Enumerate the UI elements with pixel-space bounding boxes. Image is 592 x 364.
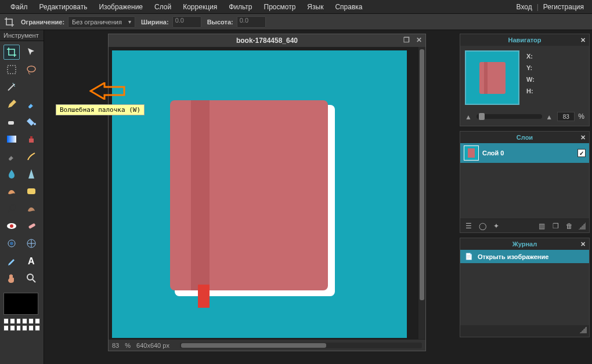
menu-help[interactable]: Справка bbox=[329, 1, 368, 13]
height-label: Высота: bbox=[207, 19, 233, 26]
hand-tool[interactable] bbox=[3, 271, 20, 286]
gradient-tool[interactable] bbox=[3, 132, 20, 147]
history-close-icon[interactable]: ✕ bbox=[580, 241, 586, 248]
book-ribbon bbox=[198, 285, 210, 308]
redeye-tool[interactable] bbox=[3, 219, 20, 234]
sponge-tool[interactable] bbox=[23, 184, 39, 199]
constraint-select[interactable]: Без ограничения bbox=[68, 16, 135, 28]
zoom-slider[interactable] bbox=[477, 114, 542, 119]
canvas[interactable] bbox=[112, 50, 407, 338]
smudge-tool[interactable] bbox=[3, 184, 20, 199]
marquee-tool[interactable] bbox=[3, 62, 20, 77]
layer-style-icon[interactable]: ✦ bbox=[492, 221, 501, 231]
annotation-arrow-icon bbox=[89, 82, 125, 100]
layer-row[interactable]: Слой 0 ✓ bbox=[460, 143, 589, 163]
menu-language[interactable]: Язык bbox=[301, 1, 329, 13]
height-input[interactable]: 0.0 bbox=[237, 16, 266, 28]
nav-zoom-suffix: % bbox=[578, 112, 584, 121]
status-zoom: 83 bbox=[112, 342, 119, 349]
spot-heal-tool[interactable] bbox=[23, 219, 39, 234]
bloat-tool[interactable] bbox=[3, 236, 20, 251]
sharpen-tool[interactable] bbox=[23, 166, 39, 181]
document-titlebar[interactable]: book-1784458_640 ❐ ✕ bbox=[109, 34, 425, 47]
vertical-scrollbar[interactable] bbox=[418, 47, 425, 339]
color-palette[interactable] bbox=[3, 318, 40, 331]
wand-tool[interactable] bbox=[3, 79, 20, 94]
crop-tool[interactable] bbox=[3, 45, 20, 60]
svg-point-1 bbox=[27, 66, 35, 72]
svg-rect-0 bbox=[8, 65, 16, 74]
nav-w-label: W: bbox=[526, 76, 535, 83]
zoom-tool[interactable] bbox=[23, 271, 39, 286]
svg-rect-5 bbox=[7, 136, 16, 143]
clone-stamp-tool[interactable] bbox=[23, 132, 39, 147]
svg-rect-7 bbox=[30, 136, 33, 139]
navigator-title: Навигатор bbox=[508, 37, 542, 43]
bucket-tool[interactable] bbox=[23, 114, 39, 129]
navigator-thumbnail[interactable] bbox=[465, 50, 519, 105]
svg-text:A: A bbox=[28, 256, 35, 265]
menu-filter[interactable]: Фильтр bbox=[223, 1, 258, 13]
navigator-close-icon[interactable]: ✕ bbox=[580, 37, 586, 44]
draw-tool[interactable] bbox=[23, 149, 39, 164]
right-panels: Навигатор ✕ X: Y: W: H: ▲ ▲ 83 % bbox=[457, 30, 592, 364]
menu-adjustment[interactable]: Коррекция bbox=[177, 1, 223, 13]
window-maximize-icon[interactable]: ❐ bbox=[402, 36, 410, 44]
nav-zoom-value[interactable]: 83 bbox=[557, 112, 575, 121]
svg-rect-12 bbox=[28, 223, 35, 229]
menu-edit[interactable]: Редактировать bbox=[34, 1, 93, 13]
pinch-tool[interactable] bbox=[23, 236, 39, 251]
zoom-out-icon[interactable]: ▲ bbox=[465, 113, 473, 120]
layer-visibility-checkbox[interactable]: ✓ bbox=[577, 149, 586, 157]
brush-tool[interactable] bbox=[23, 97, 39, 112]
svg-point-4 bbox=[34, 123, 36, 125]
layers-title: Слои bbox=[517, 134, 533, 141]
pencil-tool[interactable] bbox=[3, 97, 20, 112]
eyedropper-tool[interactable] bbox=[3, 253, 20, 268]
svg-point-14 bbox=[10, 242, 13, 245]
menu-layer[interactable]: Слой bbox=[149, 1, 177, 13]
burn-tool[interactable] bbox=[23, 201, 39, 216]
svg-rect-8 bbox=[27, 188, 35, 194]
menu-file[interactable]: Файл bbox=[5, 1, 34, 13]
svg-point-11 bbox=[10, 224, 13, 228]
history-title: Журнал bbox=[512, 241, 537, 247]
history-panel: Журнал ✕ 📄 Открыть изображение bbox=[460, 238, 590, 337]
svg-point-17 bbox=[27, 274, 33, 280]
dodge-tool[interactable] bbox=[3, 201, 20, 216]
layers-resize-grip[interactable] bbox=[579, 223, 586, 230]
menu-image[interactable]: Изображение bbox=[93, 1, 149, 13]
window-close-icon[interactable]: ✕ bbox=[415, 36, 423, 44]
history-resize-grip[interactable] bbox=[580, 326, 587, 333]
width-input[interactable]: 0.0 bbox=[172, 16, 201, 28]
type-tool[interactable]: A bbox=[23, 253, 39, 268]
auth-separator: | bbox=[536, 3, 540, 11]
color-replace-tool[interactable] bbox=[3, 149, 20, 164]
eraser-tool[interactable] bbox=[3, 114, 20, 129]
color-swatch[interactable] bbox=[3, 293, 38, 315]
nav-h-label: H: bbox=[526, 88, 535, 94]
zoom-in-icon[interactable]: ▲ bbox=[546, 113, 554, 120]
blur-tool[interactable] bbox=[3, 166, 20, 181]
layers-panel: Слои ✕ Слой 0 ✓ ☰ ◯ ✦ ▥ ❐ 🗑 bbox=[460, 131, 590, 233]
layers-close-icon[interactable]: ✕ bbox=[580, 134, 586, 141]
menu-view[interactable]: Просмотр bbox=[258, 1, 302, 13]
status-zoom-suffix: % bbox=[125, 342, 131, 349]
login-link[interactable]: Вход bbox=[513, 1, 536, 13]
canvas-area: Волшебная палочка (W) book-1784458_640 ❐… bbox=[44, 30, 457, 364]
history-item-label: Открыть изображение bbox=[478, 253, 548, 260]
delete-layer-icon[interactable]: 🗑 bbox=[565, 221, 574, 231]
horizontal-scrollbar[interactable] bbox=[180, 343, 422, 348]
duplicate-layer-icon[interactable]: ❐ bbox=[551, 221, 560, 231]
constraint-label: Ограничение: bbox=[21, 19, 64, 26]
move-tool[interactable] bbox=[23, 45, 39, 60]
tool-panel-title: Инструмент bbox=[0, 30, 44, 41]
layer-mask-icon[interactable]: ◯ bbox=[478, 221, 487, 231]
layer-settings-icon[interactable]: ☰ bbox=[464, 221, 473, 231]
new-layer-icon[interactable]: ▥ bbox=[537, 221, 546, 231]
document-window: book-1784458_640 ❐ ✕ 83 % 640x640 px bbox=[108, 34, 426, 351]
history-item[interactable]: 📄 Открыть изображение bbox=[460, 250, 589, 263]
lasso-tool[interactable] bbox=[23, 62, 39, 77]
register-link[interactable]: Регистрация bbox=[540, 1, 587, 13]
tool-panel: Инструмент A bbox=[0, 30, 44, 364]
